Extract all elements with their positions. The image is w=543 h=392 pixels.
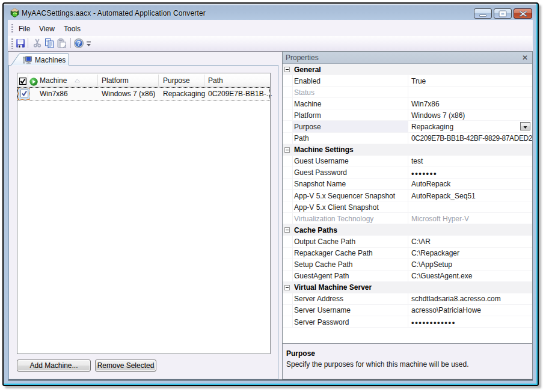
svg-text:?: ? — [77, 40, 81, 47]
